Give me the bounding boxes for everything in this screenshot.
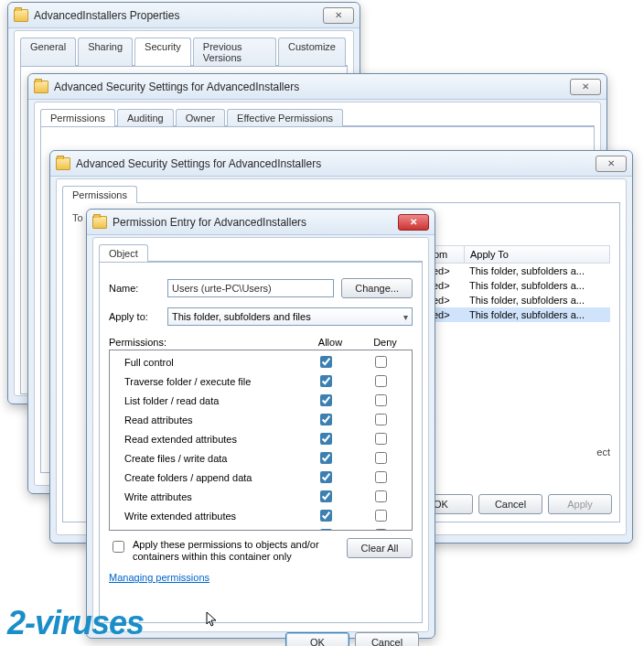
name-row: Name: Users (urte-PC\Users) Change... [109,278,413,298]
window-title: Advanced Security Settings for AdvancedI… [76,157,596,170]
close-icon[interactable]: ✕ [570,79,601,95]
folder-icon [34,81,48,93]
ok-button[interactable]: OK [285,632,349,646]
permission-row: Read extended attributes [110,429,412,448]
close-icon[interactable]: ✕ [596,156,627,172]
tab-bar: Permissions Auditing Owner Effective Per… [40,109,595,127]
column-headers: om Apply To [427,245,610,264]
table-row[interactable]: ed>This folder, subfolders a... [427,278,610,293]
deny-checkbox[interactable] [375,356,387,368]
permission-label: Write attributes [124,491,298,502]
tab-bar: Object [99,244,423,263]
folder-icon [14,9,28,22]
table-row[interactable]: ed>This folder, subfolders a... [427,293,610,307]
change-button[interactable]: Change... [341,278,413,298]
applyto-label: Apply to: [109,311,160,322]
name-field[interactable]: Users (urte-PC\Users) [167,279,334,297]
deny-checkbox[interactable] [375,471,387,483]
tab-security[interactable]: Security [134,38,191,66]
apply-only-label: Apply these permissions to objects and/o… [133,538,341,563]
watermark: 2-viruses [7,604,144,642]
close-icon[interactable]: ✕ [323,7,354,24]
permission-label: Read attributes [124,415,298,425]
deny-checkbox[interactable] [375,414,387,425]
mouse-cursor-icon [206,611,219,628]
window-title: Permission Entry for AdvancedInstallers [113,216,398,229]
permission-label: Create folders / append data [124,472,298,483]
deny-checkbox[interactable] [375,375,387,387]
name-label: Name: [109,283,160,294]
deny-label: Deny [358,337,413,348]
titlebar[interactable]: Advanced Security Settings for AdvancedI… [28,74,606,100]
tab-auditing[interactable]: Auditing [117,109,174,126]
permission-row: Traverse folder / execute file [110,371,412,391]
deny-checkbox[interactable] [375,510,387,522]
perm-header: Permissions: Allow Deny [109,335,413,350]
allow-checkbox[interactable] [320,529,332,531]
folder-icon [92,216,107,229]
titlebar[interactable]: Advanced Security Settings for AdvancedI… [50,151,632,177]
titlebar[interactable]: AdvancedInstallers Properties ✕ [8,3,360,28]
permission-label: Full control [124,357,298,368]
permission-row: Read attributes [110,410,412,429]
permission-label: Create files / write data [124,453,298,464]
allow-checkbox[interactable] [320,394,332,406]
tab-previous-versions[interactable]: Previous Versions [193,38,276,66]
applyto-combo[interactable]: This folder, subfolders and files [167,307,413,326]
managing-permissions-link[interactable]: Managing permissions [109,572,209,583]
tab-effective-permissions[interactable]: Effective Permissions [227,109,343,126]
tab-permissions[interactable]: Permissions [40,109,115,126]
deny-checkbox[interactable] [375,529,387,531]
cancel-button[interactable]: Cancel [355,632,419,646]
allow-checkbox[interactable] [320,433,332,445]
permission-row: Full control [110,352,412,371]
applyto-row: Apply to: This folder, subfolders and fi… [109,307,413,326]
permission-row: List folder / read data [110,391,412,410]
titlebar[interactable]: Permission Entry for AdvancedInstallers … [87,210,435,235]
permission-row: Write attributes [110,487,412,506]
tab-customize[interactable]: Customize [278,38,346,66]
allow-checkbox[interactable] [320,471,332,483]
apply-button[interactable]: Apply [548,494,612,514]
allow-checkbox[interactable] [320,375,332,387]
allow-checkbox[interactable] [320,490,332,502]
deny-checkbox[interactable] [375,433,387,445]
tab-owner[interactable]: Owner [176,109,225,126]
col-apply-to[interactable]: Apply To [465,246,609,263]
table-row[interactable]: ed>This folder, subfolders a... [427,264,610,278]
permission-row: Create files / write data [110,448,412,468]
permission-row: Create folders / append data [110,468,412,487]
allow-checkbox[interactable] [320,452,332,464]
tab-bar: General Sharing Security Previous Versio… [20,38,348,67]
allow-checkbox[interactable] [320,414,332,425]
table-row[interactable]: ed>This folder, subfolders a... [427,307,610,322]
apply-only-checkbox[interactable] [113,541,124,553]
allow-checkbox[interactable] [320,356,332,368]
permission-label: Delete subfolders and files [124,530,298,532]
tab-general[interactable]: General [20,38,76,66]
trail-text: ect [596,447,610,458]
permission-label: List folder / read data [124,395,298,406]
permissions-list[interactable]: Full controlTraverse folder / execute fi… [109,350,413,531]
clear-all-button[interactable]: Clear All [347,538,413,558]
permission-row: Delete subfolders and files [110,525,412,531]
folder-icon [56,157,70,170]
deny-checkbox[interactable] [375,452,387,464]
window-title: Advanced Security Settings for AdvancedI… [54,81,570,93]
close-icon[interactable]: ✕ [398,214,429,231]
permissions-label: Permissions: [109,337,303,348]
permission-row: Write extended attributes [110,506,412,525]
allow-checkbox[interactable] [320,510,332,522]
deny-checkbox[interactable] [375,394,387,406]
window-title: AdvancedInstallers Properties [34,9,323,22]
cancel-button[interactable]: Cancel [478,494,542,514]
allow-label: Allow [303,337,358,348]
tab-object[interactable]: Object [99,244,148,262]
tab-permissions[interactable]: Permissions [62,186,137,203]
permission-entry-window: Permission Entry for AdvancedInstallers … [86,209,435,639]
permission-label: Read extended attributes [124,434,298,445]
deny-checkbox[interactable] [375,490,387,502]
tab-bar: Permissions [62,186,620,204]
tab-sharing[interactable]: Sharing [78,38,133,66]
permission-label: Traverse folder / execute file [124,376,298,387]
